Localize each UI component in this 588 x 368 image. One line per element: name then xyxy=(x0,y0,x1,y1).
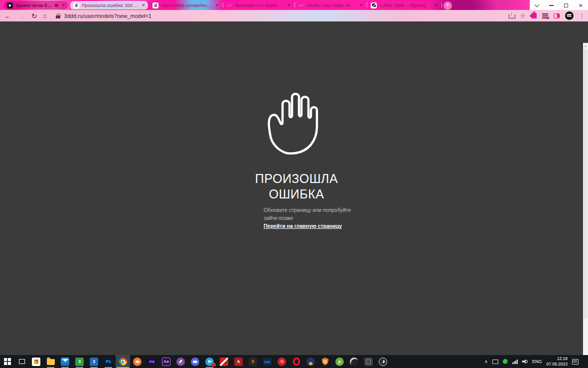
scroll-up-arrow[interactable]: ▲ xyxy=(583,43,588,49)
3ddd-favicon: d xyxy=(73,2,79,8)
substance-icon: S xyxy=(249,358,257,366)
action-center-icon[interactable] xyxy=(572,359,579,365)
taskbar-icon-after-effects[interactable]: Ae xyxy=(145,355,159,368)
tab-studio-cone-short[interactable]: Studio Cone Table Short - Black × xyxy=(295,1,366,9)
after-effects-alt-icon: Ae xyxy=(162,358,170,366)
taskbar-icon-marmoset[interactable] xyxy=(347,355,361,368)
error-title: ПРОИЗОШЛА ОШИБКА xyxy=(229,171,364,201)
after-effects-icon: Ae xyxy=(147,358,156,366)
minimize-icon xyxy=(549,5,554,6)
taskbar-icon-sketchup[interactable] xyxy=(217,355,231,368)
error-message-line1: Обновите страницу или попробуйте xyxy=(264,206,351,214)
network-signal-icon[interactable] xyxy=(512,360,518,364)
tab-close-icon[interactable]: × xyxy=(62,2,65,8)
taskbar-icon-substance[interactable]: S xyxy=(246,355,260,368)
taskbar-icon-obs[interactable] xyxy=(376,355,390,368)
error-message-line2: зайти позже xyxy=(264,214,351,222)
scrollbar-thumb[interactable] xyxy=(584,49,588,319)
microsoft-store-icon xyxy=(32,358,40,366)
taskbar-icon-photoshop[interactable]: Ps xyxy=(101,355,116,368)
home-button[interactable]: ⌂ xyxy=(43,12,47,19)
tab-youtube[interactable]: привет всем бывшим мони × xyxy=(4,1,68,9)
taskbar-icon-viber[interactable] xyxy=(173,355,188,368)
go-home-link[interactable]: Перейти на главную страницу xyxy=(264,223,342,229)
photoshop-icon: Ps xyxy=(104,358,113,366)
tab-title: Studio Cone Table Short - Black xyxy=(307,3,357,8)
taskbar-icon-3ds-max-alt[interactable]: 3 xyxy=(87,355,101,368)
profile-avatar[interactable] xyxy=(565,11,574,20)
tab-objectry[interactable]: Coffee Table – Objectry × xyxy=(368,1,441,9)
tab-title: Coffee Table – Objectry xyxy=(379,3,432,8)
taskbar-icon-red-app[interactable] xyxy=(275,355,289,368)
taskbar-icon-microsoft-store[interactable] xyxy=(29,355,43,368)
back-button[interactable]: ← xyxy=(4,12,11,19)
reading-list-icon[interactable] xyxy=(542,13,548,18)
task-view-button[interactable] xyxy=(14,355,29,368)
menu-kebab-icon[interactable]: ⋮ xyxy=(579,13,585,19)
minimize-button[interactable] xyxy=(546,1,557,10)
volume-icon[interactable] xyxy=(522,359,528,364)
side-panel-icon[interactable] xyxy=(554,13,560,18)
share-button[interactable] xyxy=(509,13,514,18)
taskbar-icon-file-explorer[interactable] xyxy=(43,355,58,368)
taskbar-icon-blender[interactable] xyxy=(130,355,145,368)
start-button[interactable] xyxy=(0,355,14,368)
3ds-max-icon: 3 xyxy=(75,358,84,366)
generic-favicon xyxy=(298,2,304,8)
red-circle-app-icon xyxy=(278,358,286,366)
taskbar-icon-3ds-max[interactable]: 3 xyxy=(72,355,87,368)
sketchup-icon xyxy=(220,358,228,366)
taskbar-icon-g-shield[interactable]: G xyxy=(318,355,332,368)
tab-close-icon[interactable]: × xyxy=(360,2,363,8)
maximize-button[interactable] xyxy=(561,1,572,10)
lock-icon[interactable] xyxy=(56,13,60,18)
error-page: ПРОИЗОШЛА ОШИБКА Обновите страницу или п… xyxy=(0,21,588,355)
tray-device-icon[interactable] xyxy=(492,360,498,364)
tab-close-icon[interactable]: × xyxy=(435,2,438,8)
tab-strip: привет всем бывшим мони × d Произошла ош… xyxy=(0,0,588,10)
error-message: Обновите страницу или попробуйте зайти п… xyxy=(264,206,351,222)
tab-search-button[interactable] xyxy=(532,1,543,10)
close-button[interactable]: × xyxy=(575,1,586,10)
file-explorer-icon xyxy=(47,359,55,365)
tab-close-icon[interactable]: × xyxy=(288,2,291,8)
bookmark-star-icon[interactable]: ☆ xyxy=(520,12,526,19)
taskbar-icon-discord[interactable] xyxy=(188,355,202,368)
reload-button[interactable]: ↻ xyxy=(31,12,37,19)
tab-title: Высокий стол Studio Cone - чер xyxy=(235,3,285,8)
clock-date: 07.06.2023 xyxy=(546,362,568,367)
tab-close-icon[interactable]: × xyxy=(216,2,219,8)
browser-toolbar: ← → ↻ ⌂ 3ddd.ru/user/models?new_model=1 … xyxy=(0,10,588,21)
discord-icon xyxy=(191,358,199,366)
tab-audio-icon[interactable] xyxy=(55,3,59,7)
taskbar-icon-dark-app[interactable] xyxy=(361,355,376,368)
tab-separator xyxy=(441,2,442,7)
new-tab-button[interactable]: + xyxy=(443,1,452,10)
tab-3ddd-models[interactable]: d https://3ddd.ru/user/models × xyxy=(149,1,222,9)
tab-title: https://3ddd.ru/user/models xyxy=(161,3,213,8)
taskbar-icon-opera[interactable] xyxy=(289,355,303,368)
taskbar-icon-chrome[interactable] xyxy=(116,355,130,368)
browser-window: привет всем бывшим мони × d Произошла ош… xyxy=(0,0,588,368)
extensions-icon[interactable] xyxy=(531,13,537,18)
scrollbar[interactable]: ▲ ▼ xyxy=(583,43,588,368)
tray-expand-chevron-icon[interactable]: ∧ xyxy=(484,359,488,364)
taskbar-icon-autocad[interactable]: A xyxy=(231,355,246,368)
taskbar-icon-after-effects-alt[interactable]: Ae xyxy=(159,355,173,368)
taskbar-icon-navy-app[interactable] xyxy=(303,355,318,368)
tab-studio-cone-high[interactable]: Высокий стол Studio Cone - чер × xyxy=(224,1,294,9)
tab-error-page-active[interactable]: d Произошла ошибка: 500 Intern × xyxy=(70,1,148,9)
address-bar[interactable]: 3ddd.ru/user/models?new_model=1 xyxy=(64,13,151,19)
taskbar-icon-mail[interactable] xyxy=(58,355,72,368)
3ddd-favicon: d xyxy=(152,2,158,8)
taskbar-icon-telegram[interactable] xyxy=(202,355,217,368)
taskbar-icon-lightroom[interactable]: Lrc xyxy=(260,355,275,368)
system-tray: ∧ ENG 12:18 07.06.2023 xyxy=(484,355,588,368)
notification-badge xyxy=(212,363,216,367)
language-indicator[interactable]: ENG xyxy=(532,359,542,364)
tray-green-status-icon[interactable] xyxy=(503,359,508,364)
taskbar-icon-utorrent[interactable]: µ xyxy=(332,355,347,368)
clock[interactable]: 12:18 07.06.2023 xyxy=(546,356,568,367)
tab-close-icon[interactable]: × xyxy=(142,2,145,8)
forward-button[interactable]: → xyxy=(18,12,25,19)
